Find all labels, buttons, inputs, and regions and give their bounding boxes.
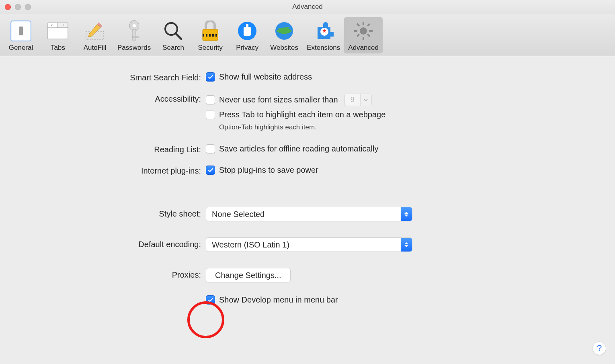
tab-label: Passwords	[117, 44, 151, 52]
svg-text:+: +	[63, 23, 65, 27]
encoding-select[interactable]: Western (ISO Latin 1)	[206, 237, 412, 252]
minimize-window-button[interactable]	[15, 4, 21, 10]
tab-label: Websites	[270, 44, 298, 52]
smart-search-label: Smart Search Field:	[0, 72, 206, 82]
encoding-value: Western (ISO Latin 1)	[212, 240, 289, 249]
svg-rect-23	[363, 22, 364, 25]
svg-rect-17	[244, 27, 251, 36]
svg-rect-0	[48, 27, 68, 39]
stop-plugins-checkbox[interactable]	[206, 166, 215, 175]
svg-rect-1	[48, 23, 58, 28]
general-icon	[6, 19, 35, 43]
tab-passwords[interactable]: Passwords	[113, 17, 155, 53]
passwords-icon	[120, 19, 149, 43]
tab-privacy[interactable]: Privacy	[229, 17, 266, 53]
annotation-circle	[187, 301, 224, 338]
content-pane: Smart Search Field: Show full website ad…	[0, 56, 615, 305]
svg-point-9	[133, 24, 136, 27]
change-settings-button[interactable]: Change Settings...	[206, 268, 291, 282]
tab-tabs[interactable]: ×+ Tabs	[39, 17, 76, 53]
tab-label: Security	[198, 44, 222, 52]
reading-list-label: Reading List:	[0, 144, 206, 154]
extensions-icon	[309, 19, 338, 43]
search-icon	[159, 19, 188, 43]
select-arrows-icon	[401, 238, 412, 252]
proxies-label: Proxies:	[0, 268, 206, 280]
tab-label: General	[9, 44, 33, 52]
stylesheet-value: None Selected	[212, 210, 264, 219]
autofill-icon	[80, 19, 109, 43]
accessibility-label: Accessibility:	[0, 94, 206, 104]
stylesheet-label: Style sheet:	[0, 207, 206, 219]
titlebar: Advanced	[0, 0, 615, 14]
svg-rect-28	[367, 34, 370, 37]
tab-autofill[interactable]: AutoFill	[76, 17, 113, 53]
tabs-icon: ×+	[43, 19, 72, 43]
tab-search[interactable]: Search	[155, 17, 192, 53]
tab-label: Privacy	[236, 44, 258, 52]
min-font-label: Never use font sizes smaller than	[219, 95, 338, 104]
min-font-value: 9	[345, 96, 360, 104]
min-font-checkbox[interactable]	[206, 95, 215, 104]
window-controls	[5, 4, 31, 10]
svg-line-11	[176, 33, 181, 39]
svg-rect-27	[357, 23, 360, 27]
plugins-label: Internet plug-ins:	[0, 166, 206, 176]
svg-rect-29	[367, 23, 370, 27]
close-window-button[interactable]	[5, 4, 11, 10]
help-button[interactable]: ?	[592, 342, 606, 355]
window-title: Advanced	[292, 3, 323, 11]
svg-rect-25	[354, 30, 357, 32]
show-develop-menu-label: Show Develop menu in menu bar	[219, 295, 338, 305]
svg-rect-8	[133, 36, 138, 38]
websites-icon	[270, 19, 299, 43]
svg-text:×: ×	[51, 23, 53, 27]
svg-point-22	[360, 27, 367, 35]
tab-label: Tabs	[51, 44, 65, 52]
chevron-down-icon[interactable]	[360, 94, 371, 106]
tab-security[interactable]: Security	[192, 17, 229, 53]
show-full-address-checkbox[interactable]	[206, 72, 215, 82]
svg-rect-30	[357, 34, 360, 37]
tab-label: AutoFill	[84, 44, 107, 52]
svg-rect-14	[203, 34, 218, 37]
svg-rect-26	[369, 30, 373, 32]
tab-advanced[interactable]: Advanced	[344, 17, 383, 53]
show-full-address-label: Show full website address	[219, 72, 312, 82]
advanced-icon	[349, 19, 378, 43]
tab-extensions[interactable]: Extensions	[303, 17, 344, 53]
svg-rect-24	[363, 37, 364, 40]
tab-websites[interactable]: Websites	[266, 17, 303, 53]
encoding-label: Default encoding:	[0, 237, 206, 249]
svg-rect-7	[133, 30, 136, 40]
option-tab-hint: Option-Tab highlights each item.	[219, 123, 385, 131]
press-tab-label: Press Tab to highlight each item on a we…	[219, 110, 385, 119]
tab-general[interactable]: General	[2, 17, 39, 53]
privacy-icon	[233, 19, 262, 43]
save-offline-checkbox[interactable]	[206, 144, 215, 153]
tab-label: Extensions	[307, 44, 340, 52]
show-develop-menu-checkbox[interactable]	[206, 295, 215, 305]
select-arrows-icon	[401, 207, 412, 221]
min-font-stepper[interactable]: 9	[344, 94, 372, 106]
save-offline-label: Save articles for offline reading automa…	[219, 144, 379, 153]
press-tab-checkbox[interactable]	[206, 110, 215, 119]
zoom-window-button[interactable]	[25, 4, 31, 10]
preferences-toolbar: General ×+ Tabs AutoFill Passwords Searc…	[0, 14, 615, 56]
svg-rect-18	[246, 24, 248, 28]
tab-label: Search	[162, 44, 184, 52]
tab-label: Advanced	[348, 44, 379, 52]
stop-plugins-label: Stop plug-ins to save power	[219, 166, 318, 175]
security-icon	[196, 19, 225, 43]
stylesheet-select[interactable]: None Selected	[206, 207, 412, 221]
